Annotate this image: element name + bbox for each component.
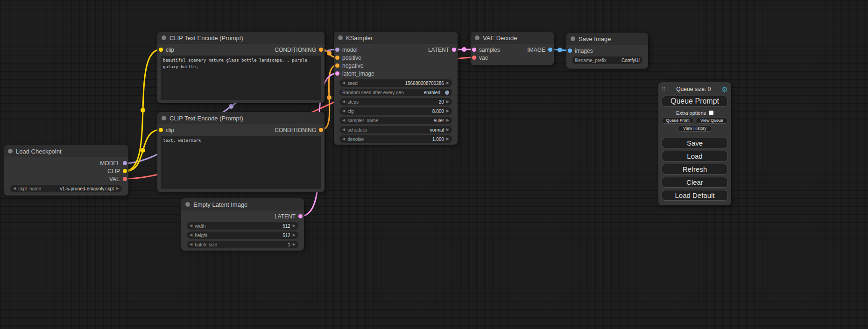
output-slot-conditioning[interactable]: CONDITIONING [275, 127, 323, 133]
widget-scheduler[interactable]: ◀ scheduler normal ▶ [339, 126, 452, 133]
input-slot-positive[interactable]: positive [335, 55, 361, 61]
widget-sampler-name[interactable]: ◀ sampler_name euler ▶ [339, 117, 452, 124]
vae-slot-dot-icon[interactable] [472, 56, 476, 60]
node-status-dot-icon[interactable] [475, 35, 480, 40]
increment-arrow-icon[interactable]: ▶ [293, 233, 296, 237]
increment-arrow-icon[interactable]: ▶ [293, 243, 296, 246]
gear-icon[interactable]: ⚙ [722, 86, 728, 93]
increment-arrow-icon[interactable]: ▶ [116, 187, 119, 190]
widget-random-seed-toggle[interactable]: Random seed after every gen enabled [339, 89, 452, 96]
decrement-arrow-icon[interactable]: ◀ [342, 119, 345, 122]
node-ksampler[interactable]: KSampler model LATENT positive negative … [334, 32, 458, 145]
conditioning-slot-dot-icon[interactable] [335, 63, 339, 68]
input-slot-latent-image[interactable]: latent_image [335, 70, 374, 77]
latent-slot-dot-icon[interactable] [335, 71, 339, 76]
drag-handle-icon[interactable]: ⠿ [662, 86, 665, 92]
input-slot-clip[interactable]: clip [159, 47, 174, 53]
prompt-textarea[interactable]: text, watermark [161, 136, 321, 189]
node-status-dot-icon[interactable] [162, 116, 166, 120]
node-titlebar[interactable]: Save Image [566, 33, 648, 45]
decrement-arrow-icon[interactable]: ◀ [13, 187, 16, 190]
image-slot-dot-icon[interactable] [568, 49, 572, 53]
increment-arrow-icon[interactable]: ▶ [446, 100, 449, 104]
node-status-dot-icon[interactable] [338, 35, 343, 40]
clear-button[interactable]: Clear [662, 177, 728, 188]
input-slot-model[interactable]: model [335, 47, 358, 53]
latent-slot-dot-icon[interactable] [298, 214, 303, 218]
image-slot-dot-icon[interactable] [548, 48, 552, 52]
node-status-dot-icon[interactable] [185, 202, 190, 207]
queue-prompt-button[interactable]: Queue Prompt [662, 96, 728, 107]
decrement-arrow-icon[interactable]: ◀ [190, 224, 192, 228]
clip-slot-dot-icon[interactable] [159, 128, 163, 132]
widget-batch-size[interactable]: ◀ batch_size 1 ▶ [187, 241, 298, 248]
model-slot-dot-icon[interactable] [123, 161, 127, 165]
vae-slot-dot-icon[interactable] [123, 177, 127, 181]
load-button[interactable]: Load [662, 151, 728, 161]
node-titlebar[interactable]: Load Checkpoint [4, 145, 128, 157]
widget-filename-prefix[interactable]: filename_prefix ComfyUI [572, 56, 642, 64]
increment-arrow-icon[interactable]: ▶ [446, 81, 449, 85]
node-titlebar[interactable]: CLIP Text Encode (Prompt) [157, 32, 325, 44]
conditioning-slot-dot-icon[interactable] [319, 48, 323, 52]
increment-arrow-icon[interactable]: ▶ [446, 109, 449, 113]
input-slot-samples[interactable]: samples [472, 47, 500, 53]
widget-denoise[interactable]: ◀ denoise 1.000 ▶ [339, 135, 452, 143]
node-titlebar[interactable]: VAE Decode [471, 32, 554, 44]
decrement-arrow-icon[interactable]: ◀ [190, 243, 192, 246]
node-save-image[interactable]: Save Image images filename_prefix ComfyU… [566, 33, 648, 69]
widget-width[interactable]: ◀ width 512 ▶ [187, 222, 298, 230]
output-slot-model[interactable]: MODEL [100, 160, 127, 167]
decrement-arrow-icon[interactable]: ◀ [342, 128, 345, 132]
increment-arrow-icon[interactable]: ▶ [446, 119, 449, 122]
output-slot-clip[interactable]: CLIP [107, 168, 127, 175]
widget-height[interactable]: ◀ height 512 ▶ [187, 231, 298, 239]
node-status-dot-icon[interactable] [162, 35, 166, 40]
latent-slot-dot-icon[interactable] [452, 48, 456, 52]
conditioning-slot-dot-icon[interactable] [335, 56, 339, 60]
latent-slot-dot-icon[interactable] [472, 48, 476, 52]
queue-front-button[interactable]: Queue Front [662, 118, 694, 124]
increment-arrow-icon[interactable]: ▶ [446, 137, 449, 141]
input-slot-clip[interactable]: clip [159, 127, 174, 133]
view-history-button[interactable]: View History [677, 126, 712, 132]
increment-arrow-icon[interactable]: ▶ [446, 128, 449, 132]
clip-slot-dot-icon[interactable] [159, 48, 163, 52]
node-empty-latent-image[interactable]: Empty Latent Image LATENT ◀ width 512 ▶ … [181, 198, 304, 251]
node-clip-text-encode-negative[interactable]: CLIP Text Encode (Prompt) clip CONDITION… [157, 112, 325, 192]
input-slot-negative[interactable]: negative [335, 63, 363, 69]
clip-slot-dot-icon[interactable] [123, 169, 127, 173]
decrement-arrow-icon[interactable]: ◀ [342, 109, 345, 113]
node-status-dot-icon[interactable] [8, 149, 13, 154]
save-button[interactable]: Save [662, 138, 728, 148]
node-titlebar[interactable]: KSampler [334, 32, 458, 44]
output-slot-vae[interactable]: VAE [109, 176, 127, 182]
widget-steps[interactable]: ◀ steps 20 ▶ [339, 98, 452, 105]
decrement-arrow-icon[interactable]: ◀ [342, 137, 345, 141]
refresh-button[interactable]: Refresh [662, 164, 728, 175]
node-load-checkpoint[interactable]: Load Checkpoint MODEL CLIP VAE ◀ ckpt_na… [4, 145, 128, 196]
node-clip-text-encode-positive[interactable]: CLIP Text Encode (Prompt) clip CONDITION… [157, 32, 325, 103]
decrement-arrow-icon[interactable]: ◀ [342, 100, 345, 104]
extra-options-checkbox[interactable] [709, 111, 713, 115]
conditioning-slot-dot-icon[interactable] [319, 128, 323, 132]
widget-ckpt-name[interactable]: ◀ ckpt_name v1-5-pruned-emaonly.ckpt ▶ [10, 185, 122, 192]
widget-seed[interactable]: ◀ seed 156680208700286 ▶ [339, 79, 452, 87]
node-titlebar[interactable]: CLIP Text Encode (Prompt) [157, 112, 325, 124]
output-slot-latent[interactable]: LATENT [275, 213, 303, 220]
node-titlebar[interactable]: Empty Latent Image [181, 198, 304, 210]
input-slot-images[interactable]: images [568, 48, 593, 54]
node-vae-decode[interactable]: VAE Decode samples IMAGE vae [471, 32, 554, 65]
input-slot-vae[interactable]: vae [472, 55, 488, 61]
decrement-arrow-icon[interactable]: ◀ [190, 233, 192, 237]
toggle-on-indicator[interactable] [445, 91, 449, 95]
prompt-textarea[interactable]: beautiful scenery nature glass bottle la… [161, 56, 321, 100]
load-default-button[interactable]: Load Default [662, 190, 728, 201]
node-status-dot-icon[interactable] [571, 36, 575, 41]
view-queue-button[interactable]: View Queue [696, 118, 728, 124]
output-slot-image[interactable]: IMAGE [527, 47, 552, 53]
widget-cfg[interactable]: ◀ cfg 8.000 ▶ [339, 107, 452, 115]
output-slot-latent[interactable]: LATENT [428, 47, 456, 53]
increment-arrow-icon[interactable]: ▶ [293, 224, 296, 228]
decrement-arrow-icon[interactable]: ◀ [342, 81, 345, 85]
